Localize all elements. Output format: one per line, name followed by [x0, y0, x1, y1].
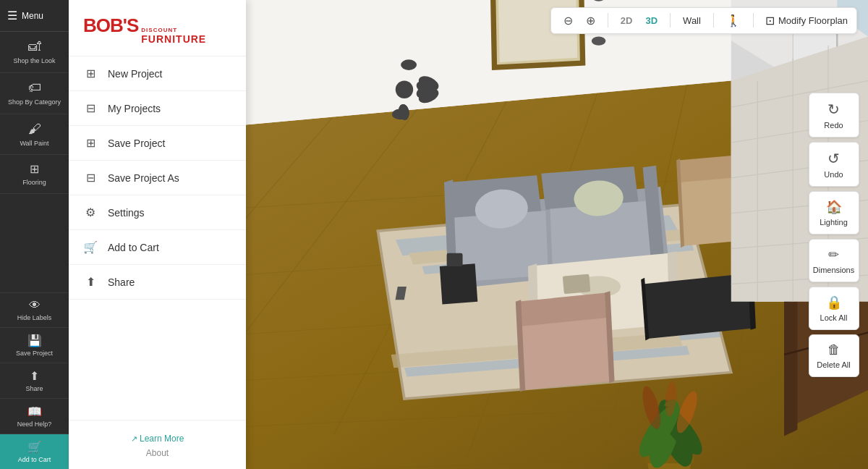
save-project-menu-icon: ⊞ [83, 136, 98, 150]
svg-point-86 [396, 81, 413, 98]
svg-point-91 [401, 59, 417, 70]
logo-discount: DISCOUNT [141, 27, 206, 33]
zoom-in-button[interactable]: ⊕ [582, 12, 599, 29]
dropdown-settings[interactable]: ⚙ Settings [69, 195, 246, 230]
add-to-cart-menu-icon: 🛒 [83, 240, 98, 254]
sidebar-label-shop-look: Shop the Look [13, 57, 55, 65]
sidebar-item-save-project[interactable]: 💾 Save Project [0, 327, 69, 363]
add-to-cart-menu-label: Add to Cart [108, 242, 159, 253]
lighting-label: Lighting [820, 218, 848, 227]
undo-label: Undo [824, 170, 843, 179]
view-2d-label: 2D [621, 15, 633, 26]
dimensions-icon: ✏ [828, 247, 839, 263]
settings-icon: ⚙ [83, 206, 98, 219]
lighting-icon: 🏠 [826, 199, 842, 215]
svg-marker-66 [440, 263, 478, 304]
sidebar-item-wall-paint[interactable]: 🖌 Wall Paint [0, 114, 69, 155]
redo-button[interactable]: ↻ Redo [809, 93, 859, 138]
sidebar-item-shop-the-look[interactable]: 🛋 Shop the Look [0, 32, 69, 73]
view-3d-label: 3D [645, 15, 658, 26]
delete-all-icon: 🗑 [827, 342, 841, 358]
brand-logo: BOB'S DISCOUNT FURNITURE [69, 0, 246, 56]
dropdown-share[interactable]: ⬆ Share [69, 265, 246, 300]
wall-label: Wall [683, 15, 701, 26]
logo-furniture: FURNITURE [141, 33, 206, 45]
shop-look-icon: 🛋 [28, 39, 41, 54]
save-project-menu-label: Save Project [108, 138, 165, 149]
redo-label: Redo [824, 121, 843, 130]
delete-all-label: Delete All [817, 360, 850, 369]
add-to-cart-label: Add to Cart [18, 456, 51, 463]
settings-label: Settings [108, 207, 145, 219]
wall-button[interactable]: Wall [679, 14, 705, 28]
zoom-out-icon: ⊖ [563, 14, 573, 28]
sidebar-item-hide-labels[interactable]: 👁 Hide Labels [0, 292, 69, 327]
undo-button[interactable]: ↺ Undo [809, 142, 859, 187]
sidebar-item-need-help[interactable]: 📖 Need Help? [0, 398, 69, 434]
menu-label: Menu [22, 11, 43, 21]
sidebar-label-flooring: Flooring [22, 179, 46, 186]
flooring-icon: ⊞ [30, 162, 39, 176]
sidebar-label-wall-paint: Wall Paint [20, 140, 48, 147]
new-project-icon: ⊞ [83, 67, 98, 80]
share-menu-label: Share [108, 276, 135, 288]
armchair-front [516, 291, 615, 392]
walk-icon: 🚶 [726, 14, 741, 28]
dropdown-save-project-as[interactable]: ⊟ Save Project As [69, 161, 246, 195]
sidebar-item-share[interactable]: ⬆ Share [0, 363, 69, 398]
toolbar-divider-1 [608, 13, 608, 28]
dropdown-menu: BOB'S DISCOUNT FURNITURE ⊞ New Project ⊟… [69, 0, 246, 469]
sidebar-item-add-to-cart[interactable]: 🛒 Add to Cart [0, 434, 69, 469]
right-action-panel: ↻ Redo ↺ Undo 🏠 Lighting ✏ Dimensions 🔒 … [799, 0, 868, 469]
new-project-label: New Project [108, 68, 162, 80]
dropdown-footer: ↗ Learn More About [69, 420, 246, 469]
save-project-label: Save Project [16, 350, 53, 357]
lock-all-label: Lock All [820, 313, 848, 322]
lock-all-icon: 🔒 [826, 295, 842, 310]
about-text: About [83, 448, 231, 458]
zoom-out-button[interactable]: ⊖ [560, 12, 576, 29]
toolbar-divider-3 [713, 13, 714, 28]
dropdown-add-to-cart[interactable]: 🛒 Add to Cart [69, 230, 246, 265]
hamburger-icon: ☰ [7, 9, 17, 22]
view-2d-button[interactable]: 2D [617, 14, 637, 28]
menu-button[interactable]: ☰ Menu [0, 0, 69, 32]
hide-labels-label: Hide Labels [17, 314, 52, 321]
undo-icon: ↺ [827, 150, 840, 167]
need-help-icon: 📖 [27, 405, 42, 418]
svg-rect-67 [447, 253, 463, 266]
redo-icon: ↻ [827, 101, 840, 118]
toolbar-divider-2 [670, 13, 671, 28]
sidebar-item-shop-by-category[interactable]: 🏷 Shop By Category [0, 73, 69, 114]
sidebar-bottom-section: 👁 Hide Labels 💾 Save Project ⬆ Share 📖 N… [0, 292, 69, 469]
logo-bobs: BOB'S [83, 14, 138, 37]
dropdown-my-projects[interactable]: ⊟ My Projects [69, 91, 246, 126]
dropdown-save-project[interactable]: ⊞ Save Project [69, 126, 246, 161]
sidebar-label-shop-category: Shop By Category [8, 98, 61, 106]
dimensions-button[interactable]: ✏ Dimensions [809, 239, 859, 282]
view-3d-button[interactable]: 3D [642, 14, 661, 28]
add-to-cart-icon: 🛒 [27, 440, 42, 454]
learn-more-link[interactable]: ↗ Learn More [131, 434, 184, 444]
walk-mode-button[interactable]: 🚶 [723, 12, 744, 29]
sidebar-item-flooring[interactable]: ⊞ Flooring [0, 155, 69, 194]
share-icon: ⬆ [30, 369, 39, 383]
save-project-icon: 💾 [27, 334, 42, 347]
hide-labels-icon: 👁 [29, 299, 41, 312]
my-projects-icon: ⊟ [83, 101, 98, 115]
shop-category-icon: 🏷 [28, 80, 41, 96]
lock-all-button[interactable]: 🔒 Lock All [809, 287, 859, 330]
wall-paint-icon: 🖌 [28, 122, 41, 137]
delete-all-button[interactable]: 🗑 Delete All [809, 334, 859, 377]
share-label: Share [25, 385, 43, 392]
zoom-in-icon: ⊕ [586, 14, 595, 28]
toolbar-divider-4 [753, 13, 754, 28]
dimensions-label: Dimensions [813, 266, 854, 274]
lighting-button[interactable]: 🏠 Lighting [809, 191, 859, 234]
modify-floorplan-icon: ⊡ [765, 14, 775, 28]
dropdown-new-project[interactable]: ⊞ New Project [69, 56, 246, 91]
svg-rect-62 [563, 274, 591, 295]
save-project-as-label: Save Project As [108, 172, 179, 184]
save-project-as-icon: ⊟ [83, 171, 98, 185]
left-sidebar: ☰ Menu 🛋 Shop the Look 🏷 Shop By Categor… [0, 0, 69, 469]
